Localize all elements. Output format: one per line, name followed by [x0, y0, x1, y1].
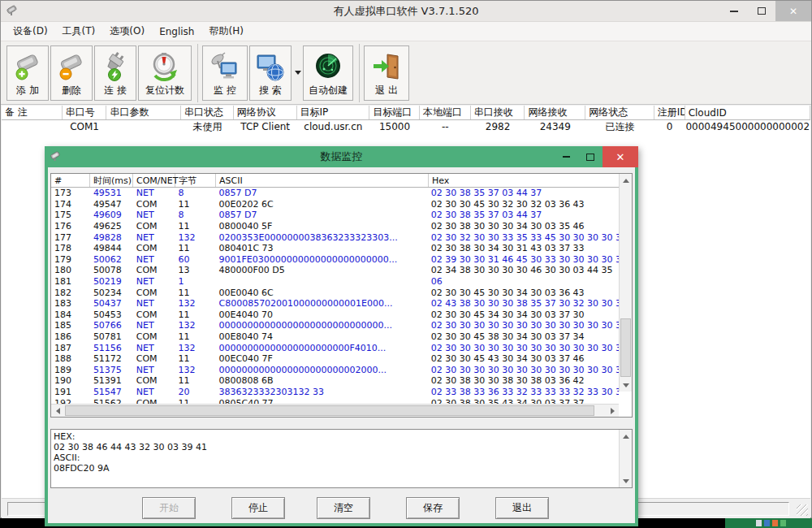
column-header[interactable]: # [51, 174, 90, 187]
exit-button[interactable]: 退 出 [364, 45, 409, 101]
table-row[interactable]: 18150219NET106 [51, 276, 619, 288]
detail-line: ASCII: [54, 452, 617, 463]
table-row[interactable]: 18250234COM1100E0040 6C02 30 30 45 30 30… [51, 287, 619, 298]
start-button[interactable]: 开始 [142, 497, 196, 519]
dialog-maximize-button[interactable] [578, 146, 603, 167]
device-row[interactable]: COM1未使用TCP Clientcloud.usr.cn15000--2982… [2, 120, 810, 133]
cell: -- [420, 120, 471, 133]
menubar: 设备(D)工具(T)选项(O)English帮助(H) [1, 22, 811, 41]
table-row[interactable]: 17549609NET80857 D702 30 38 35 37 03 44 … [51, 210, 619, 221]
table-row[interactable]: 18550766NET13200000000000000000000000000… [51, 320, 619, 331]
column-header[interactable]: 目标IP [297, 106, 370, 119]
scrollbar-thumb[interactable] [65, 405, 594, 416]
scroll-down-button[interactable] [620, 379, 633, 392]
save-button[interactable]: 保存 [406, 497, 460, 519]
clear-button[interactable]: 清空 [317, 497, 370, 519]
scroll-up-button[interactable] [620, 430, 633, 443]
column-header[interactable]: 备 注 [2, 106, 63, 119]
table-row[interactable]: 17950062NET609001FE030000000000000000000… [51, 254, 619, 266]
table-row[interactable]: 17649625COM110800040 5F02 30 38 30 30 30… [51, 221, 619, 232]
column-header[interactable]: 串口状态 [181, 106, 234, 119]
table-row[interactable]: 18050078COM13480000F00 D502 34 38 30 30 … [51, 265, 619, 276]
cell: COM [133, 309, 175, 320]
table-row[interactable]: 18650781COM1100E8040 7402 30 30 45 38 30… [51, 331, 619, 343]
auto-create-button[interactable]: 自动创建 [303, 45, 353, 101]
menu-item[interactable]: 设备(D) [6, 22, 55, 41]
cell [2, 120, 63, 133]
column-header[interactable]: 本地端口 [420, 106, 471, 119]
stop-button[interactable]: 停止 [231, 497, 285, 519]
detail-scrollbar[interactable] [619, 430, 632, 487]
column-header[interactable]: 串口参数 [106, 106, 181, 119]
column-header[interactable]: 网络状态 [585, 106, 654, 119]
scroll-up-button[interactable] [620, 174, 633, 187]
column-header[interactable]: 网络协议 [234, 106, 297, 119]
column-header[interactable]: 时间(ms) [90, 174, 133, 187]
dialog-minimize-button[interactable] [554, 146, 578, 167]
selection-detail-box[interactable]: HEX:02 30 38 46 44 43 32 30 03 39 41ASCI… [50, 429, 633, 488]
delete-button[interactable]: 删除 [50, 45, 93, 101]
column-header[interactable]: CloudID [685, 106, 810, 119]
table-row[interactable]: 17849844COM11080401C 7302 30 38 30 34 30… [51, 243, 619, 254]
cell: 49547 [90, 199, 133, 210]
column-header[interactable]: 串口接收 [471, 106, 525, 119]
table-row[interactable]: 18751156NET13200000000000000000000000F40… [51, 342, 619, 353]
monitor-table: #时间(ms)COM/NET字节ASCIIHex 17349531NET8085… [50, 173, 633, 418]
column-header[interactable]: 串口号 [63, 106, 107, 119]
scrollbar-thumb[interactable] [620, 318, 631, 377]
table-row[interactable]: 19051391COM110800808 6B02 30 38 30 30 38… [51, 375, 619, 387]
reset-count-button[interactable]: 复位计数 [138, 45, 192, 101]
cell: 9001FE030000000000000000000000... [215, 254, 427, 265]
taskbar-icon[interactable] [780, 520, 786, 526]
resize-grip[interactable] [797, 504, 808, 516]
monitor-button[interactable]: 监 控 [202, 45, 248, 101]
add-button[interactable]: 添 加 [6, 45, 49, 101]
cell: 11 [175, 353, 216, 364]
vertical-scrollbar[interactable] [619, 174, 632, 392]
table-row[interactable]: 18350437NET132C800085702001000000000001E… [51, 298, 619, 309]
connect-button[interactable]: 连 接 [94, 45, 136, 101]
column-header[interactable]: ASCII [216, 174, 429, 187]
column-header[interactable]: COM/NET [133, 174, 175, 187]
column-header[interactable]: 注册ID [654, 106, 685, 119]
cell: 191 [51, 387, 90, 397]
menu-item[interactable]: 帮助(H) [201, 22, 250, 41]
menu-item[interactable]: 工具(T) [55, 22, 103, 41]
table-row[interactable]: 17749828NET1320200353E000000003836323332… [51, 232, 619, 243]
close-button[interactable]: ✕ [775, 1, 811, 21]
maximize-button[interactable] [748, 1, 775, 21]
cell: COM [133, 288, 175, 298]
column-header[interactable]: Hex [429, 174, 620, 187]
cell: 132 [175, 298, 216, 309]
cell: 49828 [90, 232, 133, 243]
cell: 183 [51, 298, 90, 309]
table-row[interactable]: 18951375NET13200000000000000000000000020… [51, 365, 619, 376]
table-row[interactable]: 18450453COM1100E4040 7002 30 30 45 34 30… [51, 309, 619, 321]
scroll-left-button[interactable] [51, 405, 64, 418]
taskbar-icon[interactable] [764, 520, 770, 526]
table-row[interactable]: 17349531NET80857 D702 30 38 35 37 03 44 … [51, 188, 619, 199]
search-button[interactable]: 搜 索 [249, 45, 292, 101]
exit-door-icon [371, 52, 402, 83]
table-row[interactable]: 18851172COM1100EC040 7F02 30 30 45 43 30… [51, 353, 619, 365]
horizontal-scrollbar[interactable] [51, 404, 619, 417]
menu-item[interactable]: 选项(O) [102, 22, 152, 41]
cell: NET [133, 365, 175, 375]
taskbar-icon[interactable] [772, 520, 778, 526]
minimize-button[interactable] [720, 1, 748, 21]
column-header[interactable]: 网络接收 [525, 106, 585, 119]
column-header[interactable]: 字节 [175, 174, 216, 187]
dialog-close-button[interactable]: ✕ [603, 146, 638, 167]
cell: C800085702001000000000001E000... [215, 298, 427, 309]
exit-button[interactable]: 退出 [495, 497, 549, 519]
table-row[interactable]: 19151547NET203836323332303132 3302 33 38… [51, 387, 619, 398]
scroll-down-button[interactable] [620, 474, 633, 487]
cell: 00E0040 6C [215, 288, 427, 298]
taskbar-icon[interactable] [756, 520, 762, 526]
column-header[interactable]: 目标端口 [369, 106, 420, 119]
scroll-right-button[interactable] [606, 405, 619, 418]
menu-item[interactable]: English [152, 24, 201, 40]
table-row[interactable]: 17449547COM1100E0202 6C02 30 30 45 30 32… [51, 199, 619, 210]
monitor-button-label: 监 控 [214, 84, 236, 97]
search-dropdown-button[interactable] [293, 45, 303, 101]
